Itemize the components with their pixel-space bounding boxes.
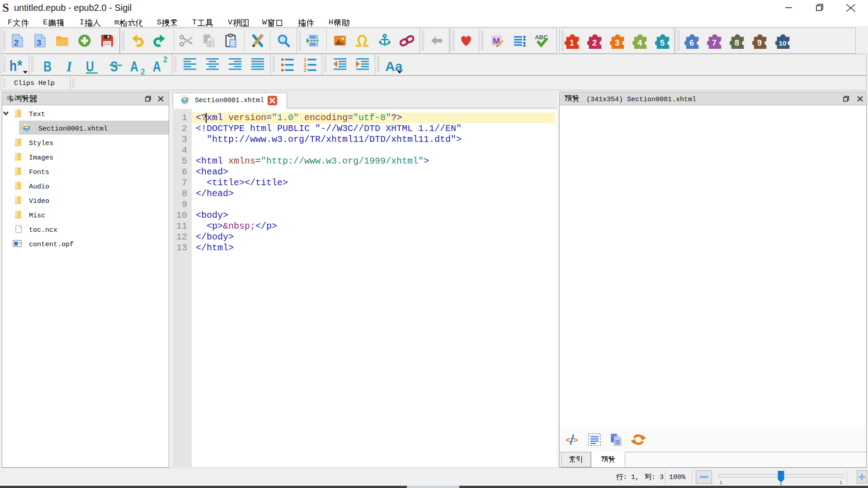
svg-text:2: 2	[592, 38, 597, 47]
svg-text:3: 3	[615, 38, 619, 47]
svg-text:8: 8	[735, 38, 739, 47]
svg-text:2: 2	[14, 38, 19, 47]
svg-text:1: 1	[304, 57, 307, 62]
svg-text:10: 10	[778, 39, 786, 47]
svg-text:3: 3	[37, 38, 42, 47]
svg-text:3: 3	[304, 67, 307, 72]
svg-text:9: 9	[757, 38, 762, 47]
svg-text:7: 7	[712, 38, 717, 47]
svg-text:4: 4	[637, 38, 642, 47]
svg-text:<: <	[566, 435, 571, 445]
svg-text:5: 5	[660, 38, 665, 47]
svg-text:2: 2	[304, 62, 307, 68]
svg-text:6: 6	[689, 38, 694, 47]
svg-text:1: 1	[570, 38, 574, 47]
